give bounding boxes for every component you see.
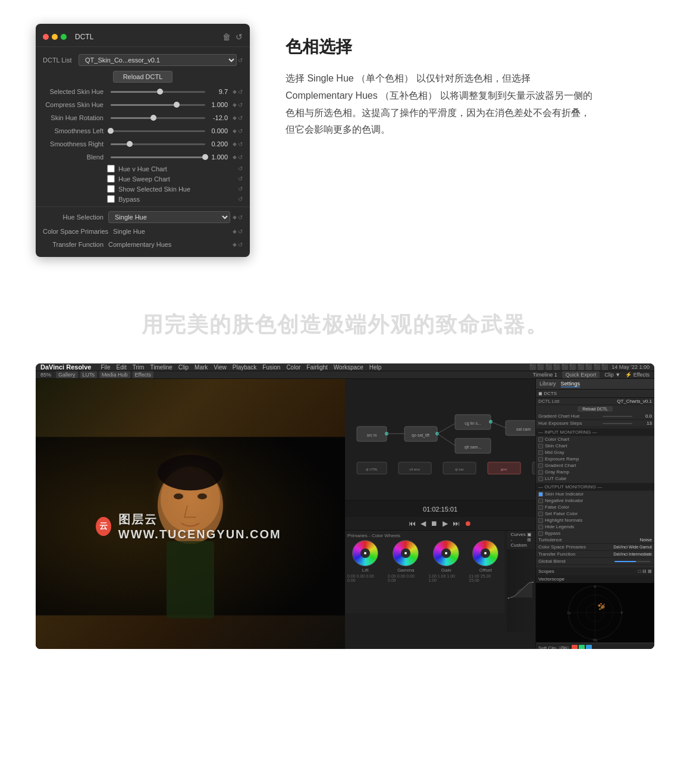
false-color-check[interactable]	[538, 505, 543, 510]
dctl-list-select[interactable]: QT_Skin_Co...essor_v0.1	[79, 54, 237, 66]
menu-playback[interactable]: Playback	[233, 364, 257, 371]
color-space-reset[interactable]: ↺	[238, 228, 243, 235]
media-hub-btn[interactable]: Media Hub	[99, 371, 130, 378]
prev-frame-btn[interactable]: ⏮	[409, 519, 416, 528]
param-diamond-3[interactable]: ◆	[233, 128, 237, 134]
color-space-diamond[interactable]: ◆	[233, 228, 237, 234]
effects-icon[interactable]: ⚡ Effects	[625, 372, 650, 378]
param-diamond-2[interactable]: ◆	[233, 115, 237, 121]
play-back-btn[interactable]: ◀	[421, 519, 426, 528]
menu-color[interactable]: Color	[286, 364, 300, 371]
menu-clip[interactable]: Clip	[178, 364, 189, 371]
set-false-color-check[interactable]	[538, 512, 543, 516]
menu-edit[interactable]: Edit	[117, 364, 127, 371]
bypass-check[interactable]	[538, 531, 543, 536]
input-mon-check-1[interactable]	[538, 444, 543, 449]
param-slider-3[interactable]	[111, 130, 205, 132]
gamma-wheel[interactable]	[393, 540, 419, 566]
param-reset-5[interactable]: ↺	[238, 154, 243, 161]
menu-help[interactable]: Help	[369, 364, 382, 371]
menu-file[interactable]: File	[101, 364, 110, 371]
info-title: 色相选择	[286, 36, 654, 58]
stop-btn[interactable]: ⏹	[431, 519, 438, 528]
reload-dctl-button[interactable]: Reload DCTL	[113, 71, 173, 83]
maximize-icon[interactable]	[61, 34, 67, 40]
negative-indicator-check[interactable]	[538, 498, 543, 503]
soft-clip-on-btn[interactable]: On	[559, 646, 569, 650]
next-frame-btn[interactable]: ⏭	[453, 519, 460, 528]
param-diamond-5[interactable]: ◆	[233, 154, 237, 160]
menu-timeline[interactable]: Timeline	[150, 364, 172, 371]
green-btn[interactable]	[579, 645, 585, 649]
input-mon-check-2[interactable]	[538, 450, 543, 455]
record-btn[interactable]: ⏺	[465, 519, 472, 528]
settings-tab[interactable]: Settings	[561, 381, 581, 387]
transfer-fn-reset[interactable]: ↺	[238, 242, 243, 248]
reload-dctl-rp-btn[interactable]: Reload DCTL	[578, 406, 612, 412]
library-tab[interactable]: Library	[540, 381, 556, 387]
checkbox-reset-3[interactable]: ↺	[238, 196, 243, 202]
blue-btn[interactable]	[586, 645, 592, 649]
checkbox-2[interactable]	[107, 185, 115, 193]
param-reset-4[interactable]: ↺	[238, 141, 243, 148]
toolbar-btns: Gallery LUTs Media Hub Effects	[56, 371, 153, 378]
close-icon[interactable]	[43, 34, 49, 40]
param-slider-1[interactable]	[111, 104, 205, 106]
input-mon-check-0[interactable]	[538, 437, 543, 442]
menu-fusion[interactable]: Fusion	[262, 364, 280, 371]
hue-selection-select[interactable]: Single Hue	[108, 211, 230, 223]
dctl-reset-icon[interactable]: ↺	[238, 57, 243, 64]
transfer-fn-diamond[interactable]: ◆	[233, 242, 237, 247]
input-mon-check-5[interactable]	[538, 470, 543, 475]
skin-hue-check[interactable]	[538, 492, 543, 497]
checkbox-0[interactable]	[107, 165, 115, 173]
hue-selection-diamond[interactable]: ◆	[233, 214, 237, 220]
offset-wheel[interactable]	[472, 540, 498, 566]
lift-wheel[interactable]	[352, 540, 378, 566]
checkbox-reset-2[interactable]: ↺	[238, 186, 243, 192]
play-btn[interactable]: ▶	[443, 519, 448, 528]
hide-legends-check[interactable]	[538, 525, 543, 529]
param-diamond-4[interactable]: ◆	[233, 141, 237, 147]
input-mon-item-3: Exposure Ramp	[536, 456, 654, 462]
minimize-icon[interactable]	[52, 34, 58, 40]
input-mon-check-3[interactable]	[538, 457, 543, 462]
menu-mark[interactable]: Mark	[195, 364, 208, 371]
refresh-icon[interactable]: ↺	[236, 32, 243, 42]
clip-label[interactable]: Clip ▼	[604, 372, 620, 378]
effects-btn[interactable]: Effects	[133, 371, 153, 378]
gain-wheel[interactable]	[433, 540, 459, 566]
checkbox-3[interactable]	[107, 195, 115, 203]
lufs-btn[interactable]: LUTs	[80, 371, 98, 378]
param-reset-3[interactable]: ↺	[238, 128, 243, 134]
menu-view[interactable]: View	[214, 364, 227, 371]
global-blend-slider[interactable]	[614, 561, 650, 562]
gradient-slider[interactable]	[603, 416, 632, 417]
menu-trim[interactable]: Trim	[133, 364, 145, 371]
param-slider-5[interactable]	[111, 156, 205, 158]
trash-icon[interactable]: 🗑	[222, 32, 231, 42]
zoom-level[interactable]: 85%	[40, 372, 51, 378]
hue-selection-reset[interactable]: ↺	[238, 214, 243, 221]
lift-dot	[364, 552, 366, 554]
input-mon-check-6[interactable]	[538, 476, 543, 481]
input-mon-check-4[interactable]	[538, 463, 543, 468]
param-reset-2[interactable]: ↺	[238, 115, 243, 121]
param-reset-1[interactable]: ↺	[238, 102, 243, 108]
param-slider-2[interactable]	[111, 117, 205, 119]
menu-fairlight[interactable]: Fairlight	[306, 364, 328, 371]
highlight-normals-check[interactable]	[538, 518, 543, 523]
param-diamond-1[interactable]: ◆	[233, 102, 237, 108]
menu-workspace[interactable]: Workspace	[334, 364, 363, 371]
param-reset-0[interactable]: ↺	[238, 89, 243, 95]
param-diamond-0[interactable]: ◆	[233, 89, 237, 95]
gallery-btn[interactable]: Gallery	[56, 371, 78, 378]
quick-export[interactable]: Quick Export	[562, 371, 600, 378]
checkbox-reset-1[interactable]: ↺	[238, 175, 243, 182]
red-btn[interactable]	[572, 645, 578, 649]
hue-exp-slider[interactable]	[603, 423, 632, 424]
checkbox-reset-0[interactable]: ↺	[238, 165, 243, 172]
param-slider-0[interactable]	[111, 91, 205, 93]
param-slider-4[interactable]	[111, 143, 205, 145]
checkbox-1[interactable]	[107, 175, 115, 183]
